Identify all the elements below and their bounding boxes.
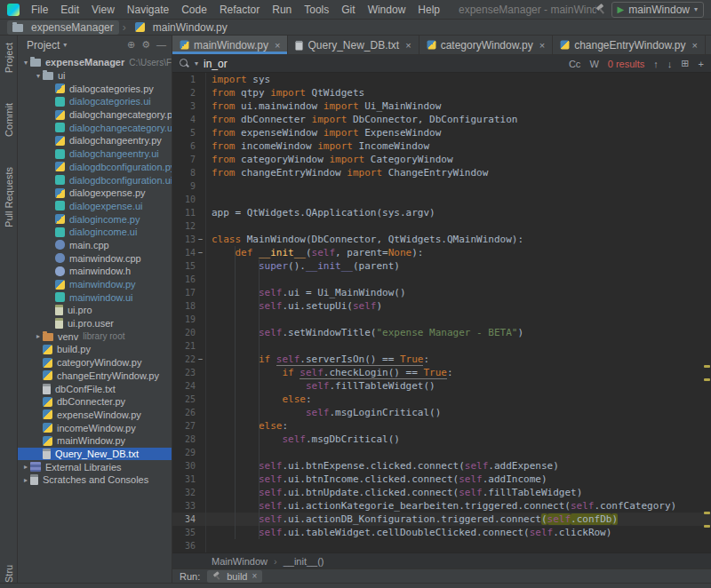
code-line[interactable]: 9 [172,179,711,193]
breadcrumb-class[interactable]: MainWindow [212,556,268,567]
line-number[interactable]: 32 [172,486,196,499]
line-number[interactable]: 36 [172,539,196,552]
code-line[interactable]: 5from expenseWindow import ExpenseWindow [172,126,711,139]
tree-item[interactable]: dialogcategories.py [18,82,172,95]
select-all-matches-icon[interactable]: ⊞ [681,58,689,69]
code-line[interactable]: 8from changeEntryWindow import ChangeEnt… [172,166,711,179]
run-configuration-selector[interactable]: ▶ mainWindow ▾ [611,2,704,18]
menu-item-navigate[interactable]: Navigate [121,2,175,18]
hide-panel-icon[interactable] [156,39,166,51]
tree-item[interactable]: changeEntryWindow.py [18,369,172,383]
fold-icon[interactable]: − [196,246,206,259]
line-number[interactable]: 17 [172,286,196,299]
tree-item[interactable]: incomeWindow.py [18,421,172,434]
code-line[interactable]: 3from ui.mainwindow import Ui_MainWindow [172,99,711,113]
tree-expand-arrow[interactable]: ▸ [21,476,30,484]
tree-item[interactable]: ▸External Libraries [18,460,172,473]
tree-item[interactable]: main.cpp [18,239,172,252]
code-line[interactable]: 26 self.msgLoginCritical() [172,406,711,419]
code-line[interactable]: 1import sys [172,73,711,86]
match-case-toggle[interactable]: Cc [569,59,580,69]
code-line[interactable]: 19 [172,313,711,326]
code-line[interactable]: 35 self.ui.tableWidget.cellDoubleClicked… [172,526,711,539]
code-editor[interactable]: 1import sys2from qtpy import QtWidgets3f… [172,73,711,552]
code-line[interactable]: 6from incomeWindow import IncomeWindow [172,139,711,153]
menu-item-window[interactable]: Window [362,2,412,18]
code-line[interactable]: 21 [172,339,711,353]
code-line[interactable]: 25 else: [172,393,711,406]
line-number[interactable]: 13 [172,233,196,246]
tree-item[interactable]: dialogdbconfiguration.py [18,161,172,174]
tree-item[interactable]: mainwindow.cpp [18,251,172,265]
line-number[interactable]: 29 [172,446,196,459]
tree-item[interactable]: build.py [18,343,172,356]
tree-expand-arrow[interactable]: ▸ [21,463,30,471]
line-number[interactable]: 4 [172,113,196,126]
tree-item[interactable]: dialogexpense.py [18,187,172,200]
line-number[interactable]: 9 [172,179,196,193]
tree-item[interactable]: ▸Scratches and Consoles [18,473,172,487]
code-line[interactable]: 22− if self.serverIsOn() == True: [172,353,711,366]
add-search-field-icon[interactable]: + [699,59,704,69]
line-number[interactable]: 15 [172,259,196,273]
line-number[interactable]: 6 [172,139,196,153]
line-number[interactable]: 12 [172,219,196,233]
close-tab-icon[interactable]: × [692,40,698,51]
tree-expand-arrow[interactable]: ▸ [34,332,43,340]
line-number[interactable]: 20 [172,326,196,339]
code-line[interactable]: 24 self.fillTableWidget() [172,379,711,393]
line-number[interactable]: 21 [172,339,196,353]
build-icon[interactable] [596,4,606,14]
tree-item[interactable]: mainWindow.py [18,434,172,448]
code-line[interactable]: 32 self.ui.btnUpdate.clicked.connect(sel… [172,486,711,499]
line-number[interactable]: 1 [172,73,196,86]
tree-item[interactable]: ▸venvlibrary root [18,330,172,343]
fold-icon[interactable]: − [196,233,206,246]
code-line[interactable]: 36 [172,539,711,552]
line-number[interactable]: 5 [172,126,196,139]
code-line[interactable]: 4from dbConnecter import DbConnector, Db… [172,113,711,126]
run-tab-build[interactable]: build × [207,570,262,583]
warning-mark[interactable] [704,512,710,514]
tree-item[interactable]: categoryWindow.py [18,356,172,369]
search-input[interactable]: in_or [204,58,228,70]
warning-mark[interactable] [704,365,710,368]
menu-item-edit[interactable]: Edit [54,2,85,18]
tree-item[interactable]: dialogincome.py [18,212,172,226]
code-line[interactable]: 16 [172,273,711,286]
tree-item[interactable]: ▾ui [18,69,172,83]
line-number[interactable]: 2 [172,86,196,99]
project-view-selector[interactable]: Project [27,39,60,52]
editor-tab[interactable]: Query_New_DB.txt× [288,36,419,54]
close-tab-icon[interactable]: × [405,40,411,51]
tool-window-button-project[interactable]: Project [4,43,14,73]
line-number[interactable]: 34 [172,513,196,526]
menu-item-file[interactable]: File [25,2,54,18]
menu-item-code[interactable]: Code [175,2,213,18]
menu-item-git[interactable]: Git [335,2,361,18]
code-line[interactable]: 33 self.ui.actionKategorie_bearbeiten.tr… [172,499,711,513]
tree-item[interactable]: dialogincome.ui [18,226,172,239]
line-number[interactable]: 18 [172,299,196,313]
close-icon[interactable]: × [252,571,258,581]
code-line[interactable]: 29 [172,446,711,459]
settings-gear-icon[interactable] [141,39,150,51]
code-line[interactable]: 12 [172,219,711,233]
editor-tab[interactable]: changeEntryWindow.py× [553,36,706,54]
code-line[interactable]: 23 if self.checkLogin() == True: [172,366,711,379]
menu-item-view[interactable]: View [85,2,121,18]
tree-item[interactable]: dialogchangecategory.ui [18,121,172,134]
code-line[interactable]: 34 self.ui.actionDB_Konfiguration.trigge… [172,513,711,526]
locate-file-icon[interactable] [127,39,135,51]
editor-tab[interactable]: mainWindow.py× [172,36,288,54]
code-line[interactable]: 20 self.setWindowTitle("expense Manager … [172,326,711,339]
tree-collapse-arrow[interactable]: ▾ [21,59,30,67]
tree-item[interactable]: mainwindow.ui [18,290,172,304]
tree-item[interactable]: dialogcategories.ui [18,95,172,108]
tree-item[interactable]: dialogchangecategory.py [18,108,172,122]
next-match-icon[interactable]: ↓ [667,59,673,69]
breadcrumb-method[interactable]: __init__() [284,556,324,567]
tree-collapse-arrow[interactable]: ▾ [34,72,43,80]
code-line[interactable]: 15 super().__init__(parent) [172,259,711,273]
code-line[interactable]: 17 self.ui = Ui_MainWindow() [172,286,711,299]
